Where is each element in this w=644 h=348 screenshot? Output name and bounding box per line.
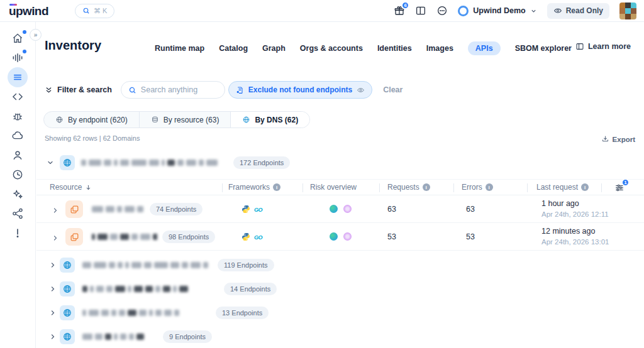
endpoints-count-badge: 9 Endpoints <box>163 330 212 343</box>
domain-group-collapsed[interactable]: 14 Endpoints <box>36 277 644 301</box>
domain-group-collapsed[interactable]: 13 Endpoints <box>36 301 644 325</box>
domain-group-expanded[interactable]: 172 Endpoints <box>36 152 644 173</box>
chat-bubble-icon <box>436 5 448 16</box>
redacted-resource-name <box>92 234 157 240</box>
logo-gradient-bar <box>9 4 17 6</box>
column-requests[interactable]: Requests i <box>387 183 430 192</box>
redacted-domain-name <box>82 310 209 316</box>
sidebar-item-identities[interactable] <box>11 148 25 162</box>
column-settings-button[interactable]: 1 <box>613 181 626 195</box>
column-resource[interactable]: Resource <box>50 183 92 192</box>
sidebar-item-connections[interactable] <box>11 207 25 220</box>
sparkles-icon <box>11 188 24 200</box>
domain-group-collapsed[interactable]: 119 Endpoints <box>36 253 644 277</box>
table-row[interactable]: 98 Endpoints GO 53 53 12 minutes ago Apr… <box>36 223 644 251</box>
sidebar-item-usage[interactable] <box>11 51 25 65</box>
column-risk-overview[interactable]: Risk overview <box>310 183 357 192</box>
risk-internet-facing-dot[interactable] <box>330 205 338 213</box>
search-input[interactable] <box>141 85 216 94</box>
domain-globe-tile <box>60 155 75 170</box>
info-icon[interactable]: i <box>486 183 493 191</box>
notification-dot <box>23 50 26 53</box>
sidebar-expand-button[interactable]: » <box>30 29 42 41</box>
org-switcher[interactable]: Upwind Demo <box>458 6 536 16</box>
chevron-right-icon[interactable] <box>49 309 57 317</box>
errors-header-label: Errors <box>462 183 482 192</box>
sidebar-item-code[interactable] <box>11 90 25 104</box>
tab-identities[interactable]: Identities <box>377 44 412 53</box>
risk-data-dot[interactable] <box>343 205 352 213</box>
redacted-resource-name <box>92 206 145 212</box>
endpoints-count-badge: 14 Endpoints <box>224 283 277 295</box>
app-window: upwind ⌘ K 6 Upwind Demo R <box>0 0 644 348</box>
feedback-button[interactable] <box>436 5 448 16</box>
left-nav <box>0 22 36 348</box>
tab-orgs-accounts[interactable]: Orgs & accounts <box>300 44 363 53</box>
column-frameworks[interactable]: Frameworks i <box>228 183 280 192</box>
chevron-right-icon[interactable] <box>49 333 57 340</box>
domain-group-collapsed[interactable]: 9 Endpoints <box>36 325 644 348</box>
requests-value: 53 <box>387 232 396 241</box>
info-icon[interactable]: i <box>581 183 589 191</box>
sidebar-item-ai[interactable] <box>11 187 25 201</box>
tab-apis[interactable]: APIs <box>468 41 501 55</box>
endpoints-count-badge: 172 Endpoints <box>233 156 290 169</box>
sidebar-item-home[interactable] <box>11 31 25 45</box>
learn-more-label: Learn more <box>588 42 631 51</box>
sidebar-item-activity[interactable] <box>11 168 25 182</box>
page-tabs: Runtime map Catalog Graph Orgs & account… <box>155 41 572 55</box>
logo-text: upwind <box>9 4 48 18</box>
sidebar-item-cloud[interactable] <box>11 129 25 143</box>
last-request-header-label: Last request <box>536 183 578 192</box>
tab-graph[interactable]: Graph <box>262 44 286 53</box>
view-by-endpoint[interactable]: By endpoint (620) <box>44 112 140 128</box>
info-icon[interactable]: i <box>273 183 280 191</box>
requests-value: 63 <box>387 205 396 214</box>
risk-internet-facing-dot[interactable] <box>330 232 338 241</box>
risk-data-dot[interactable] <box>343 232 352 241</box>
double-chevron-down-icon <box>45 86 53 94</box>
exclude-not-found-chip[interactable]: Exclude not found endpoints <box>228 81 372 99</box>
search-icon <box>82 7 90 14</box>
user-avatar[interactable] <box>619 3 636 19</box>
info-icon[interactable]: i <box>423 183 430 191</box>
export-button[interactable]: Export <box>601 135 635 143</box>
clear-filters-button[interactable]: Clear <box>383 85 402 94</box>
whats-new-button[interactable]: 6 <box>394 5 405 16</box>
filter-search-toggle[interactable]: Filter & search <box>45 85 112 94</box>
view-by-resource[interactable]: By resource (63) <box>140 112 231 128</box>
resource-header-label: Resource <box>50 183 82 192</box>
tab-images[interactable]: Images <box>426 44 453 53</box>
global-search-button[interactable]: ⌘ K <box>75 4 114 18</box>
home-icon <box>11 32 24 45</box>
learn-more-button[interactable]: Learn more <box>575 42 631 51</box>
chevron-right-icon[interactable] <box>52 233 59 244</box>
sidebar-item-alerts[interactable] <box>11 226 25 240</box>
sidebar-item-inventory[interactable] <box>8 67 28 87</box>
chevron-right-icon[interactable] <box>49 285 57 293</box>
table-row[interactable]: 74 Endpoints GO 63 63 1 hour ago Apr 24t… <box>36 195 644 223</box>
column-divider <box>527 183 528 192</box>
globe-icon <box>62 158 72 168</box>
column-errors[interactable]: Errors i <box>462 183 493 192</box>
risk-header-label: Risk overview <box>310 183 357 192</box>
upwind-logo[interactable]: upwind <box>9 5 48 17</box>
exclamation-icon <box>11 227 24 239</box>
read-only-badge: Read Only <box>547 3 609 19</box>
view-by-dns[interactable]: By DNS (62) <box>231 112 309 128</box>
domain-globe-tile <box>60 305 75 320</box>
copy-icon <box>69 232 80 242</box>
chevron-down-icon[interactable] <box>47 159 54 166</box>
sidebar-item-vulnerabilities[interactable] <box>11 109 25 123</box>
chevron-right-icon[interactable] <box>49 261 57 269</box>
tab-sbom-explorer[interactable]: SBOM explorer <box>515 44 572 53</box>
chevron-right-icon[interactable] <box>52 205 59 217</box>
panel-toggle-button[interactable] <box>415 5 426 16</box>
last-request-relative: 12 minutes ago <box>541 227 595 236</box>
column-last-request[interactable]: Last request i <box>536 183 589 192</box>
tab-runtime-map[interactable]: Runtime map <box>155 44 204 53</box>
filter-search-label: Filter & search <box>57 85 112 94</box>
endpoints-count-badge: 119 Endpoints <box>218 259 274 271</box>
globe-icon <box>55 116 64 124</box>
tab-catalog[interactable]: Catalog <box>219 44 248 53</box>
